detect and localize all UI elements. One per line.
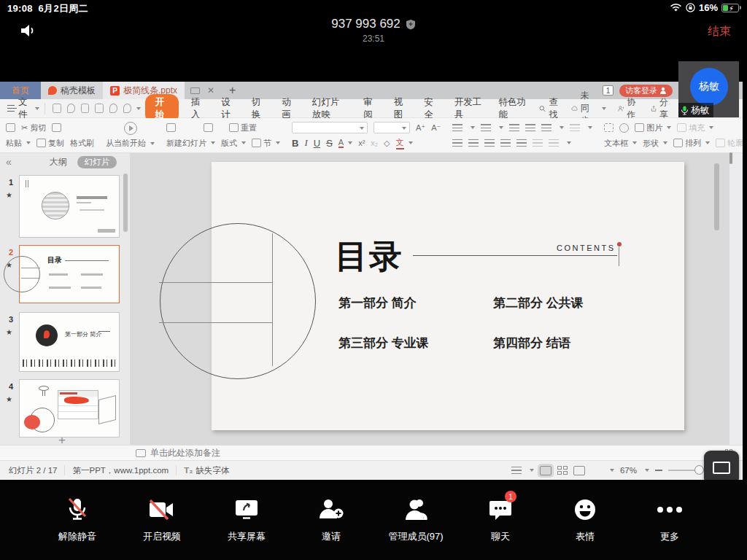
textbox-button[interactable]: 文本框 <box>604 138 637 149</box>
justify-icon[interactable] <box>500 139 511 147</box>
undo-icon[interactable] <box>109 104 117 113</box>
distribute-icon[interactable] <box>516 139 527 147</box>
more-button[interactable]: 更多 <box>638 496 701 543</box>
format-painter-icon[interactable] <box>52 123 61 132</box>
slide-thumbnail-2[interactable]: 目录 <box>19 245 120 303</box>
menu-design[interactable]: 设计 <box>213 96 243 121</box>
redo-icon[interactable] <box>123 104 131 113</box>
paste-button[interactable]: 粘贴 <box>6 138 31 149</box>
chat-button[interactable]: 1 聊天 <box>469 496 532 543</box>
output-icon[interactable] <box>67 104 75 113</box>
collapse-panel-icon[interactable]: « <box>6 156 12 168</box>
zoom-level[interactable]: 67% <box>620 466 637 475</box>
end-meeting-button[interactable]: 结束 <box>708 24 731 39</box>
sorter-view-icon[interactable] <box>557 466 568 475</box>
participant-video-tile[interactable]: 杨敏 杨敏 <box>678 61 739 117</box>
unmute-button[interactable]: 解除静音 <box>46 496 109 543</box>
menu-features[interactable]: 特色功能 <box>491 96 535 121</box>
menu-view[interactable]: 视图 <box>386 96 416 121</box>
cut-button[interactable]: ✂ 剪切 <box>21 122 46 133</box>
zoom-caret-icon[interactable] <box>645 469 649 472</box>
superscript-button[interactable]: x² <box>358 139 365 147</box>
zoom-slider-knob[interactable] <box>694 465 704 475</box>
hamburger-icon[interactable] <box>7 105 15 112</box>
canvas-scrollbar[interactable] <box>714 163 719 230</box>
menu-security[interactable]: 安全 <box>416 96 446 121</box>
text-direction-icon[interactable] <box>541 124 551 132</box>
tab-templates[interactable]: 稿壳模板 <box>41 82 103 99</box>
char-tool-button[interactable]: 文 <box>396 137 413 149</box>
shield-icon[interactable] <box>406 19 416 30</box>
decrease-font-button[interactable]: A⁻ <box>431 123 441 133</box>
panel-scrollbar[interactable] <box>123 174 128 232</box>
menu-slideshow[interactable]: 幻灯片放映 <box>304 96 356 121</box>
reading-view-icon[interactable] <box>573 466 585 475</box>
indent-more-icon[interactable] <box>549 139 559 147</box>
slides-tab[interactable]: 幻灯片 <box>77 156 117 168</box>
subscript-button[interactable]: x₂ <box>371 139 378 147</box>
increase-indent-icon[interactable] <box>525 124 535 132</box>
shapes-button[interactable]: 形状 <box>643 138 667 149</box>
slide-thumbnail-4[interactable] <box>19 379 120 438</box>
emoji-button[interactable]: 表情 <box>554 496 616 543</box>
share-button[interactable]: 分享 <box>646 96 676 121</box>
font-color-button[interactable]: A <box>338 138 352 148</box>
line-spacing-icon[interactable] <box>570 124 580 132</box>
paste-icon[interactable] <box>6 123 15 132</box>
menu-animation[interactable]: 动画 <box>274 96 303 121</box>
normal-view-icon[interactable] <box>540 466 551 475</box>
align-center-icon[interactable] <box>468 139 479 147</box>
notes-toggle-icon[interactable] <box>511 467 522 475</box>
outline-tab[interactable]: 大纲 <box>50 156 67 168</box>
bold-button[interactable]: B <box>292 138 298 149</box>
strikethrough-button[interactable]: S <box>326 138 333 149</box>
columns-icon[interactable] <box>533 139 543 147</box>
decrease-indent-icon[interactable] <box>509 124 519 132</box>
menu-devtools[interactable]: 开发工具 <box>446 96 491 121</box>
textbox-icon[interactable] <box>604 123 614 132</box>
slide-thumbnail-1[interactable] <box>19 175 120 238</box>
preview-icon[interactable] <box>95 104 103 113</box>
play-from-current-button[interactable]: 从当前开始 <box>106 138 155 149</box>
font-size-select[interactable] <box>374 122 410 133</box>
format-painter-button[interactable]: 格式刷 <box>70 138 94 149</box>
copy-button[interactable]: 复制 <box>36 138 64 149</box>
reset-button[interactable]: 重置 <box>229 122 257 133</box>
close-tab-icon[interactable]: ✕ <box>207 85 214 96</box>
quickbar-caret-icon[interactable] <box>136 107 141 110</box>
slide-thumbnail-3[interactable]: 第一部分 简介 <box>19 312 120 372</box>
zoom-preset-caret-icon[interactable] <box>610 469 614 472</box>
file-menu[interactable]: 文件 <box>18 96 32 121</box>
menu-insert[interactable]: 插入 <box>183 96 213 121</box>
play-icon[interactable] <box>124 122 137 135</box>
selection-pane-icon[interactable] <box>731 152 732 164</box>
section-button[interactable]: 节 <box>252 138 280 149</box>
fill-button[interactable]: 填充 <box>677 122 713 133</box>
manage-members-button[interactable]: 管理成员(97) <box>384 496 447 543</box>
font-name-select[interactable] <box>292 122 368 133</box>
new-slide-button[interactable]: 新建幻灯片 <box>166 138 215 149</box>
menu-find[interactable]: 查找 <box>535 96 566 121</box>
menu-transition[interactable]: 切换 <box>244 96 274 121</box>
align-left-icon[interactable] <box>452 139 462 147</box>
start-video-button[interactable]: 开启视频 <box>131 496 193 543</box>
present-tab-icon[interactable] <box>190 88 200 94</box>
numbered-list-icon[interactable] <box>481 124 491 132</box>
collab-button[interactable]: 协作 <box>614 96 643 121</box>
underline-button[interactable]: U <box>314 138 320 149</box>
align-right-icon[interactable] <box>484 139 495 147</box>
save-icon[interactable] <box>53 104 61 113</box>
clear-format-button[interactable]: ◇ <box>384 139 390 148</box>
print-icon[interactable] <box>81 104 89 113</box>
missing-font[interactable]: 缺失字体 <box>196 465 229 476</box>
increase-font-button[interactable]: A⁺ <box>416 123 425 133</box>
layout-button[interactable]: 版式 <box>221 138 246 149</box>
bullet-list-icon[interactable] <box>452 124 462 132</box>
italic-button[interactable]: I <box>304 137 307 149</box>
new-slide-icon[interactable] <box>166 123 176 132</box>
layout-icon[interactable] <box>204 123 213 132</box>
file-caret-icon[interactable] <box>35 107 39 110</box>
shape-icon[interactable] <box>619 123 629 133</box>
zoom-out-icon[interactable] <box>655 470 662 471</box>
menu-review[interactable]: 审阅 <box>355 96 385 121</box>
